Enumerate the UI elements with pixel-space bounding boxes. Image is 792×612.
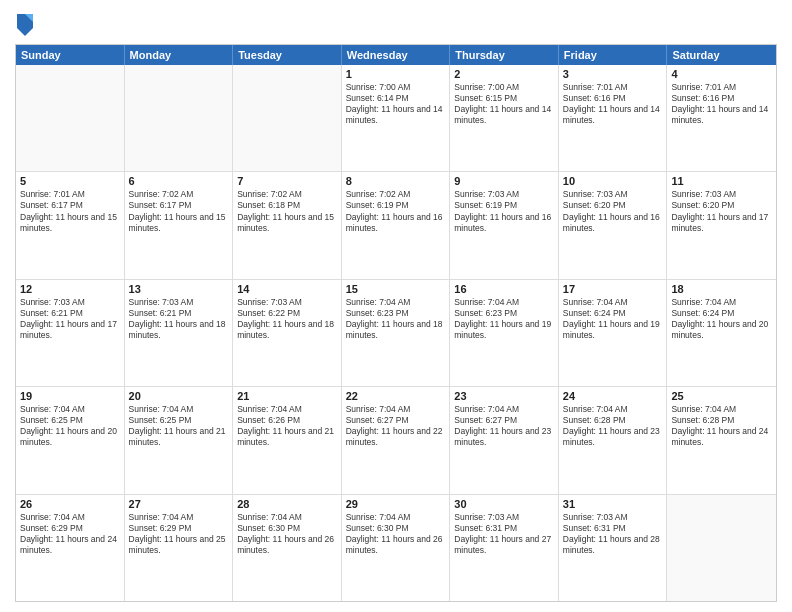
day-number: 27 [129, 498, 229, 510]
cell-info: Sunrise: 7:04 AM Sunset: 6:29 PM Dayligh… [20, 512, 120, 556]
calendar: SundayMondayTuesdayWednesdayThursdayFrid… [15, 44, 777, 602]
day-cell-18: 18Sunrise: 7:04 AM Sunset: 6:24 PM Dayli… [667, 280, 776, 386]
day-number: 15 [346, 283, 446, 295]
day-number: 19 [20, 390, 120, 402]
day-header-wednesday: Wednesday [342, 45, 451, 65]
cell-info: Sunrise: 7:03 AM Sunset: 6:22 PM Dayligh… [237, 297, 337, 341]
day-header-tuesday: Tuesday [233, 45, 342, 65]
day-cell-23: 23Sunrise: 7:04 AM Sunset: 6:27 PM Dayli… [450, 387, 559, 493]
cell-info: Sunrise: 7:02 AM Sunset: 6:18 PM Dayligh… [237, 189, 337, 233]
day-number: 29 [346, 498, 446, 510]
day-number: 12 [20, 283, 120, 295]
calendar-row-0: 1Sunrise: 7:00 AM Sunset: 6:14 PM Daylig… [16, 65, 776, 172]
cell-info: Sunrise: 7:01 AM Sunset: 6:17 PM Dayligh… [20, 189, 120, 233]
cell-info: Sunrise: 7:04 AM Sunset: 6:24 PM Dayligh… [563, 297, 663, 341]
day-number: 11 [671, 175, 772, 187]
cell-info: Sunrise: 7:04 AM Sunset: 6:25 PM Dayligh… [129, 404, 229, 448]
day-cell-27: 27Sunrise: 7:04 AM Sunset: 6:29 PM Dayli… [125, 495, 234, 601]
cell-info: Sunrise: 7:04 AM Sunset: 6:27 PM Dayligh… [346, 404, 446, 448]
cell-info: Sunrise: 7:04 AM Sunset: 6:24 PM Dayligh… [671, 297, 772, 341]
empty-cell [667, 495, 776, 601]
calendar-row-2: 12Sunrise: 7:03 AM Sunset: 6:21 PM Dayli… [16, 280, 776, 387]
day-cell-22: 22Sunrise: 7:04 AM Sunset: 6:27 PM Dayli… [342, 387, 451, 493]
cell-info: Sunrise: 7:03 AM Sunset: 6:19 PM Dayligh… [454, 189, 554, 233]
day-cell-17: 17Sunrise: 7:04 AM Sunset: 6:24 PM Dayli… [559, 280, 668, 386]
day-number: 16 [454, 283, 554, 295]
day-cell-16: 16Sunrise: 7:04 AM Sunset: 6:23 PM Dayli… [450, 280, 559, 386]
day-cell-29: 29Sunrise: 7:04 AM Sunset: 6:30 PM Dayli… [342, 495, 451, 601]
day-cell-10: 10Sunrise: 7:03 AM Sunset: 6:20 PM Dayli… [559, 172, 668, 278]
cell-info: Sunrise: 7:02 AM Sunset: 6:17 PM Dayligh… [129, 189, 229, 233]
day-cell-31: 31Sunrise: 7:03 AM Sunset: 6:31 PM Dayli… [559, 495, 668, 601]
cell-info: Sunrise: 7:03 AM Sunset: 6:31 PM Dayligh… [563, 512, 663, 556]
day-cell-4: 4Sunrise: 7:01 AM Sunset: 6:16 PM Daylig… [667, 65, 776, 171]
day-cell-1: 1Sunrise: 7:00 AM Sunset: 6:14 PM Daylig… [342, 65, 451, 171]
cell-info: Sunrise: 7:04 AM Sunset: 6:28 PM Dayligh… [671, 404, 772, 448]
day-number: 18 [671, 283, 772, 295]
day-number: 23 [454, 390, 554, 402]
day-number: 28 [237, 498, 337, 510]
cell-info: Sunrise: 7:04 AM Sunset: 6:30 PM Dayligh… [237, 512, 337, 556]
day-cell-13: 13Sunrise: 7:03 AM Sunset: 6:21 PM Dayli… [125, 280, 234, 386]
day-header-thursday: Thursday [450, 45, 559, 65]
day-cell-2: 2Sunrise: 7:00 AM Sunset: 6:15 PM Daylig… [450, 65, 559, 171]
cell-info: Sunrise: 7:04 AM Sunset: 6:23 PM Dayligh… [454, 297, 554, 341]
day-header-saturday: Saturday [667, 45, 776, 65]
day-header-sunday: Sunday [16, 45, 125, 65]
header [15, 10, 777, 38]
day-number: 1 [346, 68, 446, 80]
day-cell-12: 12Sunrise: 7:03 AM Sunset: 6:21 PM Dayli… [16, 280, 125, 386]
day-number: 30 [454, 498, 554, 510]
cell-info: Sunrise: 7:02 AM Sunset: 6:19 PM Dayligh… [346, 189, 446, 233]
cell-info: Sunrise: 7:04 AM Sunset: 6:27 PM Dayligh… [454, 404, 554, 448]
day-cell-24: 24Sunrise: 7:04 AM Sunset: 6:28 PM Dayli… [559, 387, 668, 493]
day-cell-5: 5Sunrise: 7:01 AM Sunset: 6:17 PM Daylig… [16, 172, 125, 278]
day-number: 24 [563, 390, 663, 402]
day-number: 9 [454, 175, 554, 187]
day-number: 13 [129, 283, 229, 295]
cell-info: Sunrise: 7:01 AM Sunset: 6:16 PM Dayligh… [671, 82, 772, 126]
day-header-monday: Monday [125, 45, 234, 65]
cell-info: Sunrise: 7:03 AM Sunset: 6:21 PM Dayligh… [129, 297, 229, 341]
day-cell-15: 15Sunrise: 7:04 AM Sunset: 6:23 PM Dayli… [342, 280, 451, 386]
day-number: 26 [20, 498, 120, 510]
empty-cell [16, 65, 125, 171]
cell-info: Sunrise: 7:04 AM Sunset: 6:29 PM Dayligh… [129, 512, 229, 556]
day-number: 8 [346, 175, 446, 187]
day-header-friday: Friday [559, 45, 668, 65]
calendar-row-1: 5Sunrise: 7:01 AM Sunset: 6:17 PM Daylig… [16, 172, 776, 279]
empty-cell [233, 65, 342, 171]
day-cell-21: 21Sunrise: 7:04 AM Sunset: 6:26 PM Dayli… [233, 387, 342, 493]
day-number: 14 [237, 283, 337, 295]
cell-info: Sunrise: 7:01 AM Sunset: 6:16 PM Dayligh… [563, 82, 663, 126]
cell-info: Sunrise: 7:00 AM Sunset: 6:14 PM Dayligh… [346, 82, 446, 126]
day-number: 6 [129, 175, 229, 187]
day-cell-3: 3Sunrise: 7:01 AM Sunset: 6:16 PM Daylig… [559, 65, 668, 171]
calendar-row-4: 26Sunrise: 7:04 AM Sunset: 6:29 PM Dayli… [16, 495, 776, 601]
page: SundayMondayTuesdayWednesdayThursdayFrid… [0, 0, 792, 612]
day-number: 25 [671, 390, 772, 402]
calendar-body: 1Sunrise: 7:00 AM Sunset: 6:14 PM Daylig… [16, 65, 776, 601]
day-cell-19: 19Sunrise: 7:04 AM Sunset: 6:25 PM Dayli… [16, 387, 125, 493]
day-number: 7 [237, 175, 337, 187]
day-number: 3 [563, 68, 663, 80]
logo [15, 10, 39, 38]
cell-info: Sunrise: 7:04 AM Sunset: 6:30 PM Dayligh… [346, 512, 446, 556]
calendar-header: SundayMondayTuesdayWednesdayThursdayFrid… [16, 45, 776, 65]
cell-info: Sunrise: 7:04 AM Sunset: 6:23 PM Dayligh… [346, 297, 446, 341]
day-number: 22 [346, 390, 446, 402]
calendar-row-3: 19Sunrise: 7:04 AM Sunset: 6:25 PM Dayli… [16, 387, 776, 494]
day-cell-14: 14Sunrise: 7:03 AM Sunset: 6:22 PM Dayli… [233, 280, 342, 386]
cell-info: Sunrise: 7:04 AM Sunset: 6:28 PM Dayligh… [563, 404, 663, 448]
empty-cell [125, 65, 234, 171]
day-number: 21 [237, 390, 337, 402]
cell-info: Sunrise: 7:04 AM Sunset: 6:26 PM Dayligh… [237, 404, 337, 448]
cell-info: Sunrise: 7:00 AM Sunset: 6:15 PM Dayligh… [454, 82, 554, 126]
day-cell-9: 9Sunrise: 7:03 AM Sunset: 6:19 PM Daylig… [450, 172, 559, 278]
day-number: 17 [563, 283, 663, 295]
day-cell-11: 11Sunrise: 7:03 AM Sunset: 6:20 PM Dayli… [667, 172, 776, 278]
logo-icon [15, 10, 35, 38]
day-cell-6: 6Sunrise: 7:02 AM Sunset: 6:17 PM Daylig… [125, 172, 234, 278]
day-number: 31 [563, 498, 663, 510]
day-cell-26: 26Sunrise: 7:04 AM Sunset: 6:29 PM Dayli… [16, 495, 125, 601]
